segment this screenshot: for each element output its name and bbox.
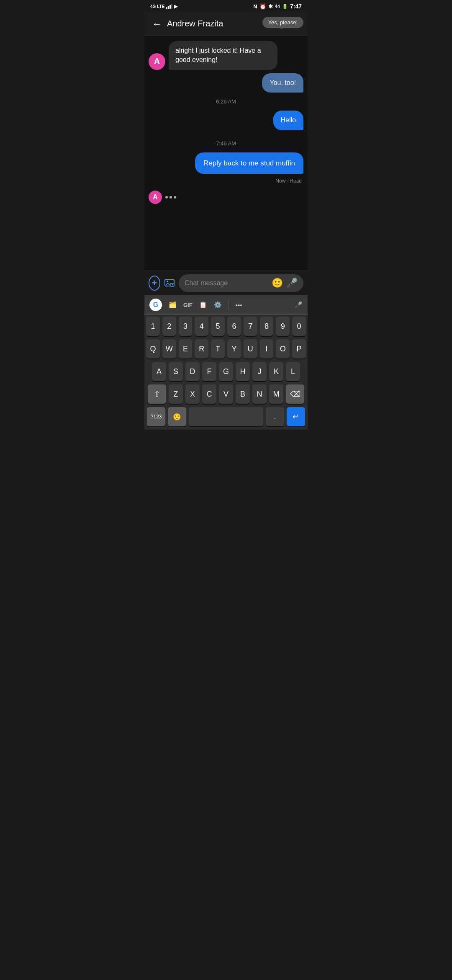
key-8[interactable]: 8 — [260, 317, 274, 336]
message-text: You, too! — [270, 79, 296, 86]
chat-area: A alright I just locked it! Have a good … — [144, 36, 308, 271]
status-bar: 4G LTE ▶ N ⏰ ✱ 44 🔋 7:47 — [144, 0, 308, 12]
google-g-logo[interactable]: G — [149, 299, 162, 311]
key-c[interactable]: C — [202, 384, 216, 404]
key-z[interactable]: Z — [169, 384, 183, 404]
key-shift[interactable]: ⇧ — [148, 384, 166, 404]
svg-point-3 — [172, 284, 173, 286]
alarm-icon: ⏰ — [259, 3, 266, 10]
media-button[interactable] — [164, 276, 175, 291]
dot-1 — [165, 196, 168, 199]
message-sent-1: You, too! — [149, 73, 303, 93]
key-6[interactable]: 6 — [227, 317, 241, 336]
message-sent-2: Hello — [149, 111, 303, 130]
key-backspace[interactable]: ⌫ — [286, 384, 304, 404]
key-7[interactable]: 7 — [244, 317, 257, 336]
key-w[interactable]: W — [162, 339, 176, 358]
kb-zxcv-row: ⇧ Z X C V B N M ⌫ — [144, 383, 308, 405]
key-d[interactable]: D — [185, 362, 200, 381]
kb-toolbar-sep — [229, 300, 229, 310]
key-s[interactable]: S — [169, 362, 183, 381]
time-label: 7:47 — [290, 3, 302, 10]
key-a[interactable]: A — [152, 362, 166, 381]
timestamp-1: 6:26 AM — [149, 98, 303, 105]
key-g[interactable]: G — [219, 362, 233, 381]
chat-input-wrap: 🙂 🎤 — [179, 274, 303, 292]
battery-label: 44 — [275, 4, 280, 9]
dot-3 — [174, 196, 176, 199]
key-m[interactable]: M — [269, 384, 283, 404]
key-k[interactable]: K — [269, 362, 283, 381]
mic-button[interactable]: 🎤 — [286, 278, 298, 289]
key-num123[interactable]: ?123 — [147, 407, 165, 426]
key-t[interactable]: T — [211, 339, 225, 358]
timestamp-text: 6:26 AM — [216, 98, 236, 105]
kb-more-button[interactable]: ••• — [236, 302, 242, 309]
kb-settings-button[interactable]: ⚙️ — [214, 301, 222, 309]
key-9[interactable]: 9 — [276, 317, 290, 336]
message-sent-3: Reply back to me stud muffin — [149, 152, 303, 174]
back-button[interactable]: ← — [149, 16, 165, 31]
key-h[interactable]: H — [236, 362, 250, 381]
timestamp-2: 7:46 AM — [149, 140, 303, 147]
status-left: 4G LTE ▶ — [150, 4, 177, 9]
key-f[interactable]: F — [202, 362, 216, 381]
key-enter[interactable]: ↵ — [287, 407, 305, 426]
contact-name: Andrew Frazita — [167, 19, 270, 28]
key-p[interactable]: P — [292, 339, 306, 358]
keyboard: G 🗂️ GIF 📋 ⚙️ ••• 🎤 1 2 3 4 5 6 7 8 9 0 … — [144, 295, 308, 430]
bubble-sent-3: Reply back to me stud muffin — [195, 152, 303, 174]
signal-bar-4 — [171, 4, 172, 9]
emoji-button[interactable]: 🙂 — [272, 278, 283, 289]
key-o[interactable]: O — [276, 339, 290, 358]
message-text: alright I just locked it! Have a good ev… — [175, 47, 261, 63]
key-q[interactable]: Q — [146, 339, 160, 358]
signal-bar-1 — [166, 7, 167, 9]
kb-bottom-row: ?123 🙂 . ↵ — [144, 405, 308, 430]
kb-voice-button[interactable]: 🎤 — [295, 301, 303, 309]
notification-bubble: Yes, please! — [262, 17, 303, 28]
key-3[interactable]: 3 — [179, 317, 193, 336]
typing-dots — [165, 195, 176, 199]
key-i[interactable]: I — [260, 339, 274, 358]
key-u[interactable]: U — [244, 339, 257, 358]
kb-clipboard-button[interactable]: 📋 — [199, 301, 207, 309]
typing-avatar: A — [149, 191, 162, 204]
key-e[interactable]: E — [179, 339, 193, 358]
key-n[interactable]: N — [252, 384, 267, 404]
key-space[interactable] — [189, 407, 263, 426]
bubble-sent-2: Hello — [273, 111, 303, 130]
key-b[interactable]: B — [236, 384, 250, 404]
play-icon: ▶ — [174, 4, 177, 9]
key-2[interactable]: 2 — [162, 317, 176, 336]
add-button[interactable]: + — [149, 276, 160, 291]
message-text: Hello — [281, 116, 296, 124]
key-j[interactable]: J — [252, 362, 267, 381]
key-4[interactable]: 4 — [195, 317, 208, 336]
avatar: A — [149, 53, 165, 70]
key-v[interactable]: V — [219, 384, 233, 404]
key-x[interactable]: X — [185, 384, 200, 404]
kb-sticker-button[interactable]: 🗂️ — [169, 301, 177, 309]
carrier-label: 4G LTE — [150, 4, 164, 9]
nfc-icon: N — [253, 3, 257, 10]
kb-qwerty-row: Q W E R T Y U I O P — [144, 338, 308, 360]
timestamp-text: 7:46 AM — [216, 140, 236, 147]
key-0[interactable]: 0 — [292, 317, 306, 336]
kb-gif-button[interactable]: GIF — [183, 302, 193, 308]
key-y[interactable]: Y — [227, 339, 241, 358]
key-r[interactable]: R — [195, 339, 208, 358]
chat-input[interactable] — [185, 279, 268, 287]
notification-text: Yes, please! — [268, 19, 298, 26]
key-1[interactable]: 1 — [146, 317, 160, 336]
key-l[interactable]: L — [286, 362, 300, 381]
kb-number-row: 1 2 3 4 5 6 7 8 9 0 — [144, 315, 308, 338]
message-text: Reply back to me stud muffin — [203, 159, 295, 167]
dot-2 — [170, 196, 172, 199]
kb-asdf-row: A S D F G H J K L — [144, 360, 308, 383]
kb-toolbar: G 🗂️ GIF 📋 ⚙️ ••• 🎤 — [144, 295, 308, 315]
key-emoji[interactable]: 🙂 — [168, 407, 186, 426]
key-period[interactable]: . — [266, 407, 284, 426]
signal-bar-2 — [168, 6, 169, 9]
key-5[interactable]: 5 — [211, 317, 225, 336]
